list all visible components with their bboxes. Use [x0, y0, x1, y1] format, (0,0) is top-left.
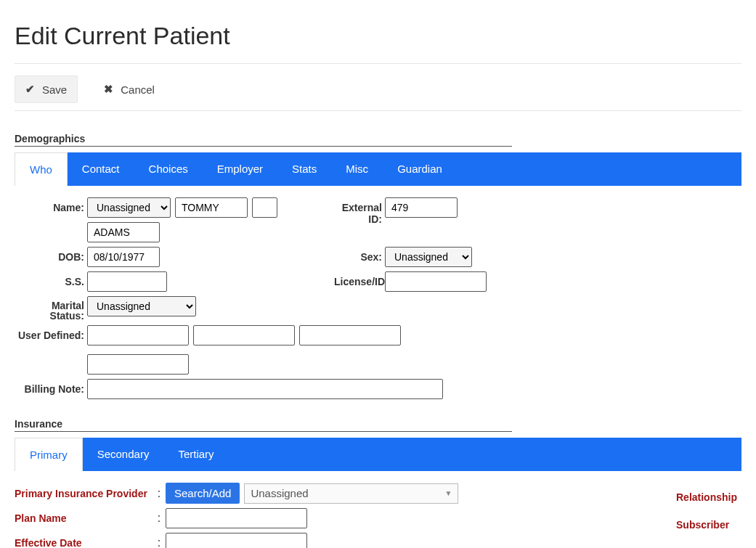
- tab-contact[interactable]: Contact: [68, 152, 134, 186]
- relationship-label: Relationship: [676, 491, 741, 503]
- user-defined-label: User Defined:: [15, 325, 87, 341]
- marital-select[interactable]: Unassigned: [87, 296, 196, 316]
- provider-label: Primary Insurance Provider: [15, 488, 153, 499]
- cancel-button-label: Cancel: [121, 83, 155, 96]
- demographics-heading: Demographics: [15, 133, 741, 144]
- chevron-down-icon: ▼: [444, 489, 452, 497]
- marital-label: Marital Status:: [15, 296, 87, 321]
- user-defined-4-input[interactable]: [87, 354, 189, 375]
- tab-primary[interactable]: Primary: [15, 438, 83, 471]
- dob-label: DOB:: [15, 247, 87, 263]
- search-add-button[interactable]: Search/Add: [166, 483, 240, 504]
- sex-select[interactable]: Unassigned: [385, 247, 472, 267]
- name-label: Name:: [15, 197, 87, 213]
- user-defined-1-input[interactable]: [87, 325, 189, 345]
- first-name-input[interactable]: [175, 197, 248, 218]
- save-button-label: Save: [42, 83, 67, 96]
- effective-colon: :: [157, 536, 161, 548]
- close-icon: ✖: [104, 83, 113, 96]
- tab-choices[interactable]: Choices: [134, 152, 203, 186]
- name-title-select[interactable]: Unassigned: [87, 197, 171, 218]
- tab-tertiary[interactable]: Tertiary: [163, 438, 228, 471]
- plan-name-input[interactable]: [166, 508, 307, 528]
- check-icon: ✔: [25, 83, 35, 96]
- dob-input[interactable]: [87, 247, 160, 267]
- cancel-button[interactable]: ✖ Cancel: [94, 76, 165, 102]
- plan-colon: :: [157, 512, 161, 525]
- insurance-heading: Insurance: [15, 418, 741, 430]
- user-defined-3-input[interactable]: [299, 325, 401, 345]
- save-button[interactable]: ✔ Save: [15, 75, 78, 103]
- user-defined-2-input[interactable]: [193, 325, 295, 345]
- billing-note-label: Billing Note:: [15, 379, 87, 395]
- effective-date-label: Effective Date: [15, 537, 153, 548]
- provider-selected-text: Unassigned: [251, 487, 308, 499]
- page-title: Edit Current Patient: [15, 22, 741, 50]
- title-divider: [15, 63, 741, 64]
- demographics-tabs: Who Contact Choices Employer Stats Misc …: [15, 152, 741, 186]
- external-id-label: External ID:: [334, 197, 385, 225]
- external-id-input[interactable]: [385, 197, 458, 218]
- effective-date-input[interactable]: [166, 533, 307, 548]
- actions-divider: [15, 110, 741, 111]
- license-input[interactable]: [385, 271, 487, 292]
- tab-employer[interactable]: Employer: [203, 152, 277, 186]
- sex-label: Sex:: [334, 247, 385, 263]
- insurance-tabs: Primary Secondary Tertiary: [15, 438, 741, 471]
- license-label: License/ID:: [334, 271, 385, 287]
- tab-stats[interactable]: Stats: [277, 152, 331, 186]
- tab-misc[interactable]: Misc: [331, 152, 383, 186]
- demographics-underline: [15, 146, 512, 147]
- tab-guardian[interactable]: Guardian: [383, 152, 457, 186]
- tab-secondary[interactable]: Secondary: [83, 438, 164, 471]
- last-name-input[interactable]: [87, 222, 160, 242]
- subscriber-label: Subscriber: [676, 519, 741, 531]
- tab-who[interactable]: Who: [15, 152, 68, 186]
- insurance-underline: [15, 431, 512, 432]
- ssn-label: S.S.: [15, 271, 87, 287]
- provider-select[interactable]: Unassigned ▼: [244, 483, 458, 504]
- provider-colon: :: [157, 487, 161, 500]
- insurance-section: Insurance Primary Secondary Tertiary Pri…: [15, 418, 741, 548]
- demographics-section: Demographics Who Contact Choices Employe…: [15, 133, 741, 399]
- billing-note-input[interactable]: [87, 379, 443, 399]
- ssn-input[interactable]: [87, 271, 167, 292]
- plan-label: Plan Name: [15, 512, 153, 524]
- middle-name-input[interactable]: [252, 197, 277, 218]
